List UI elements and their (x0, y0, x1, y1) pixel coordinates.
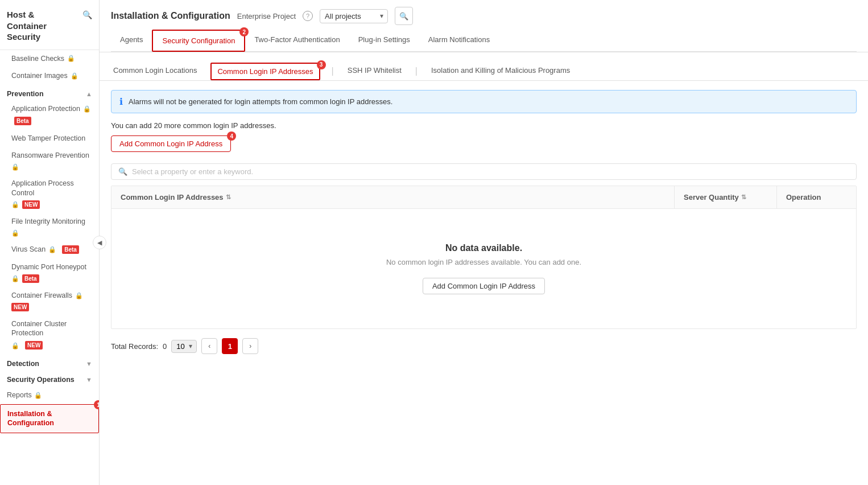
project-select[interactable]: All projects (320, 9, 388, 23)
column-label: Operation (786, 193, 821, 202)
topbar: Installation & Configuration Enterprise … (100, 0, 868, 52)
sub-tabs: Common Login Locations Common Login IP A… (100, 52, 868, 81)
sub-tab-common-login-locations[interactable]: Common Login Locations (111, 61, 199, 80)
sidebar-item-container-cluster[interactable]: Container Cluster Protection 🔒 NEW (0, 315, 99, 354)
section-label: Prevention (7, 90, 44, 98)
lock-icon: 🔒 (11, 274, 19, 282)
page-size-wrapper[interactable]: 10 20 50 (171, 340, 197, 353)
sub-tab-label: Common Login Locations (113, 66, 197, 75)
help-icon[interactable]: ? (303, 11, 313, 21)
sidebar-item-application-protection[interactable]: Application Protection 🔒 Beta (0, 100, 99, 130)
tab-label: Security Configuration (162, 36, 235, 45)
main-content: Installation & Configuration Enterprise … (100, 0, 868, 485)
lock-icon: 🔒 (71, 72, 78, 80)
sidebar-section-prevention[interactable]: Prevention ▲ (0, 84, 99, 100)
beta-badge: Beta (14, 117, 31, 125)
beta-badge: Beta (62, 245, 79, 254)
sidebar-section-security-ops[interactable]: Security Operations ▼ (0, 370, 99, 386)
tab-two-factor[interactable]: Two-Factor Authentication (245, 30, 349, 51)
sidebar-item-label: Application Process Control (11, 179, 92, 198)
lock-icon: 🔒 (34, 391, 42, 399)
chevron-down-icon: ▼ (86, 376, 92, 383)
sidebar-item-label: Baseline Checks (11, 54, 64, 63)
sidebar-item-label: Container Images (11, 71, 68, 80)
page-size-select[interactable]: 10 20 50 (171, 340, 197, 353)
lock-icon: 🔒 (75, 291, 83, 299)
sidebar-collapse-btn[interactable]: ◀ (93, 236, 106, 249)
data-table: Common Login IP Addresses ⇅ Server Quant… (111, 186, 857, 329)
main-tabs: Agents Security Configuration 2 Two-Fact… (111, 30, 857, 52)
empty-state: No data available. No common login IP ad… (111, 209, 856, 328)
search-icon: 🔍 (399, 12, 408, 20)
sort-icon[interactable]: ⇅ (741, 194, 746, 201)
search-input[interactable] (132, 167, 849, 176)
sidebar-item-dynamic-port[interactable]: Dynamic Port Honeypot 🔒 Beta (0, 258, 99, 287)
current-page[interactable]: 1 (222, 338, 238, 354)
sidebar-item-virus-scan[interactable]: Virus Scan 🔒 Beta (0, 241, 99, 258)
search-icon: 🔍 (118, 167, 127, 176)
sidebar-item-label: Virus Scan (11, 245, 46, 254)
empty-add-button[interactable]: Add Common Login IP Address (423, 278, 545, 294)
section-label: Detection (7, 360, 39, 368)
lock-icon: 🔒 (67, 54, 75, 62)
sidebar-item-file-integrity[interactable]: File Integrity Monitoring 🔒 (0, 213, 99, 241)
column-header-qty: Server Quantity ⇅ (674, 186, 776, 208)
sub-tab-label: SSH IP Whitelist (348, 66, 402, 75)
total-label: Total Records: (111, 342, 158, 351)
column-header-op: Operation (776, 186, 856, 208)
sidebar-item-label: Ransomware Prevention (11, 151, 89, 160)
sidebar-item-web-tamper[interactable]: Web Tamper Protection (0, 130, 99, 147)
new-badge: NEW (11, 303, 29, 311)
empty-subtitle: No common login IP addresses available. … (111, 258, 856, 266)
content-area: Common Login Locations Common Login IP A… (100, 52, 868, 485)
sidebar-item-container-images[interactable]: Container Images 🔒 (0, 67, 99, 84)
sidebar-header: Host & Container Security 🔍 (0, 0, 99, 50)
sub-tab-isolation-killing[interactable]: Isolation and Killing of Malicious Progr… (429, 61, 572, 80)
tab-security-config[interactable]: Security Configuration 2 (152, 30, 245, 52)
sidebar-item-label: Reports (7, 391, 32, 400)
tab-label: Agents (120, 35, 143, 44)
topbar-search-button[interactable]: 🔍 (395, 7, 413, 25)
sidebar-item-label: Installation & Configuration (7, 409, 92, 428)
sidebar-item-baseline-checks[interactable]: Baseline Checks 🔒 (0, 50, 99, 67)
prev-page-button[interactable]: ‹ (201, 338, 217, 354)
total-count: 0 (163, 342, 167, 351)
empty-title: No data available. (111, 243, 856, 253)
sidebar-item-app-process-control[interactable]: Application Process Control 🔒 NEW (0, 175, 99, 213)
section-label: Security Operations (7, 376, 75, 384)
sub-tab-common-login-ip[interactable]: Common Login IP Addresses 3 (210, 63, 320, 80)
sidebar-section-detection[interactable]: Detection ▼ (0, 354, 99, 370)
lock-icon: 🔒 (48, 245, 56, 253)
sidebar-item-container-firewalls[interactable]: Container Firewalls 🔒 NEW (0, 287, 99, 315)
search-bar[interactable]: 🔍 (111, 163, 857, 180)
next-page-button[interactable]: › (242, 338, 258, 354)
sort-icon[interactable]: ⇅ (226, 194, 231, 201)
sidebar-item-ransomware[interactable]: Ransomware Prevention 🔒 (0, 147, 99, 175)
sub-tab-ssh-whitelist[interactable]: SSH IP Whitelist (345, 61, 404, 80)
column-label: Common Login IP Addresses (121, 193, 224, 202)
tab-plugin-settings[interactable]: Plug-in Settings (349, 30, 419, 51)
lock-icon: 🔒 (11, 200, 19, 208)
sidebar-item-reports[interactable]: Reports 🔒 (0, 386, 99, 404)
add-section: You can add 20 more common login IP addr… (100, 113, 868, 158)
lock-icon: 🔒 (83, 105, 91, 113)
project-select-wrapper[interactable]: All projects (320, 9, 388, 23)
tab-alarm-notifications[interactable]: Alarm Notifications (419, 30, 499, 51)
search-icon[interactable]: 🔍 (82, 10, 92, 19)
new-badge: NEW (22, 200, 40, 209)
add-btn-label: Add Common Login IP Address (119, 139, 222, 148)
add-common-login-ip-button[interactable]: Add Common Login IP Address 4 (111, 135, 231, 152)
sidebar-item-installation-config[interactable]: Installation & Configuration 1 (0, 404, 99, 433)
lock-icon: 🔒 (11, 163, 19, 171)
lock-icon: 🔒 (11, 342, 19, 350)
tab-agents[interactable]: Agents (111, 30, 152, 51)
sidebar-item-label: Dynamic Port Honeypot (11, 262, 86, 272)
sub-tab-badge: 3 (317, 60, 326, 69)
divider: | (415, 66, 418, 76)
info-banner-text: Alarms will not be generated for login a… (129, 97, 392, 106)
table-header: Common Login IP Addresses ⇅ Server Quant… (111, 186, 856, 209)
chevron-right-icon: › (249, 342, 251, 350)
info-banner: ℹ Alarms will not be generated for login… (111, 90, 857, 113)
chevron-down-icon: ▼ (86, 360, 92, 367)
sidebar-item-label: Container Cluster Protection (11, 319, 92, 338)
